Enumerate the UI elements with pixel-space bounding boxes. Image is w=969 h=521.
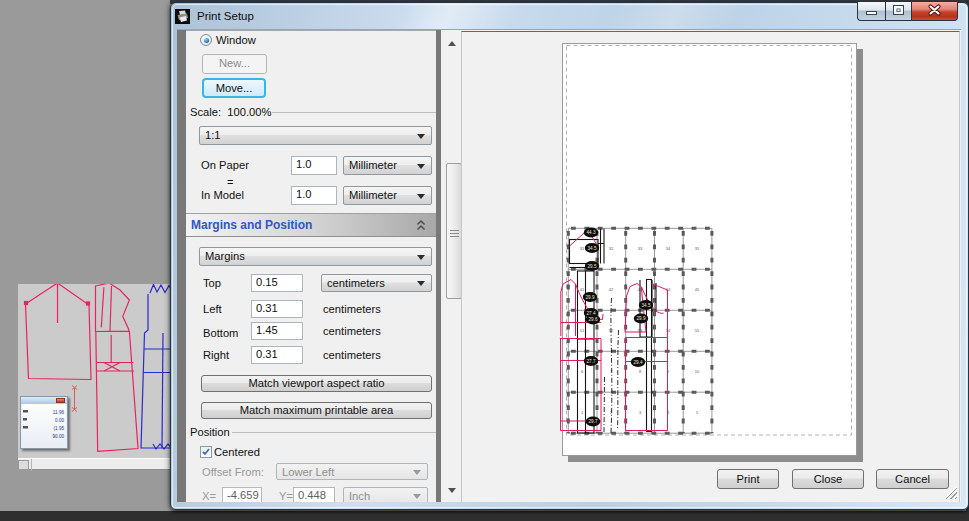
- svg-text:10: 10: [695, 369, 700, 374]
- svg-text:31: 31: [580, 246, 585, 251]
- svg-text:42: 42: [609, 287, 614, 292]
- svg-text:29.6: 29.6: [589, 317, 598, 322]
- svg-text:44.3: 44.3: [587, 230, 596, 235]
- svg-text:41: 41: [580, 287, 585, 292]
- svg-text:35: 35: [695, 246, 700, 251]
- svg-text:(1.95: (1.95: [54, 426, 65, 431]
- svg-text:34.5: 34.5: [588, 246, 597, 251]
- svg-text:1: 1: [581, 410, 584, 415]
- svg-text:55: 55: [695, 328, 700, 333]
- svg-text:51: 51: [580, 328, 585, 333]
- svg-text:45: 45: [695, 287, 700, 292]
- svg-text:29.4: 29.4: [634, 360, 643, 365]
- svg-text:90.00: 90.00: [53, 434, 65, 439]
- svg-text:34.5: 34.5: [642, 303, 651, 308]
- svg-text:29.9: 29.9: [637, 316, 646, 321]
- svg-text:29.7: 29.7: [589, 419, 598, 424]
- svg-text:33: 33: [638, 246, 643, 251]
- svg-text:6: 6: [581, 369, 584, 374]
- svg-text:29.9: 29.9: [586, 295, 595, 300]
- svg-text:5: 5: [696, 410, 699, 415]
- svg-text:8: 8: [639, 369, 642, 374]
- svg-text:27.7: 27.7: [587, 359, 596, 364]
- svg-text:54: 54: [666, 328, 671, 333]
- svg-text:0.00: 0.00: [55, 418, 64, 423]
- svg-text:34: 34: [666, 246, 671, 251]
- svg-text:11.96: 11.96: [53, 410, 65, 415]
- svg-text:29.5: 29.5: [588, 264, 597, 269]
- svg-text:32: 32: [609, 246, 614, 251]
- svg-text:3: 3: [639, 410, 642, 415]
